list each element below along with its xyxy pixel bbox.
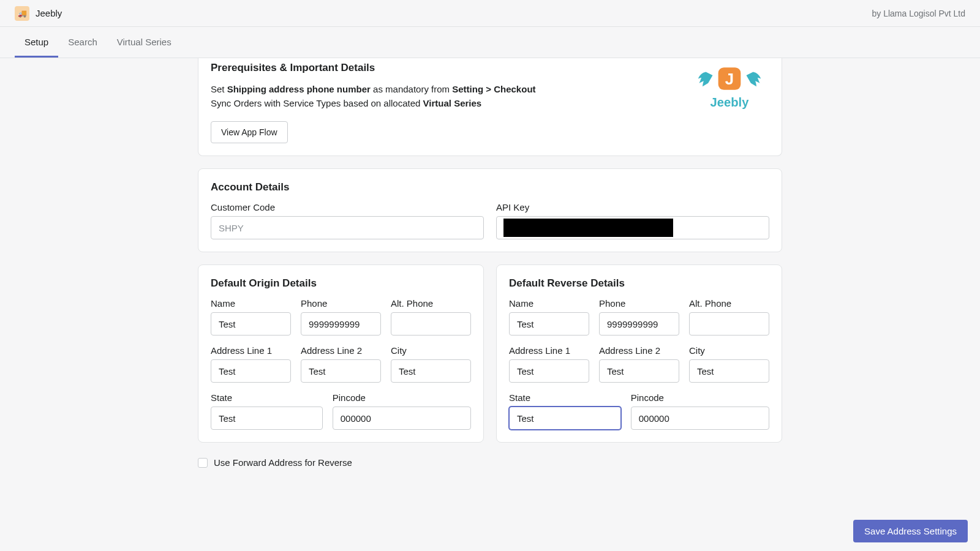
reverse-phone-label: Phone bbox=[599, 298, 679, 309]
reverse-city-label: City bbox=[689, 345, 769, 356]
reverse-pincode-input[interactable] bbox=[631, 407, 769, 430]
app-name: Jeebly bbox=[36, 8, 62, 18]
prereq-line1-bold1: Shipping address phone number bbox=[227, 84, 371, 94]
reverse-addr2-input[interactable] bbox=[599, 359, 679, 383]
origin-addr1-input[interactable] bbox=[211, 359, 291, 383]
footer-bar: Save Address Settings bbox=[0, 511, 980, 551]
origin-phone-label: Phone bbox=[301, 298, 381, 309]
reverse-pincode-label: Pincode bbox=[631, 392, 769, 403]
tab-search[interactable]: Search bbox=[58, 27, 107, 58]
prereq-title: Prerequisites & Important Details bbox=[211, 62, 677, 74]
origin-title: Default Origin Details bbox=[211, 277, 471, 290]
origin-addr1-label: Address Line 1 bbox=[211, 345, 291, 356]
app-icon: 🚚 bbox=[15, 6, 29, 21]
jeebly-logo: J Jeebly bbox=[690, 62, 769, 114]
prereq-line1-prefix: Set bbox=[211, 84, 227, 94]
logo-wordmark: Jeebly bbox=[710, 96, 750, 109]
origin-addr2-label: Address Line 2 bbox=[301, 345, 381, 356]
prereq-line1-mid: as mandatory from bbox=[371, 84, 452, 94]
reverse-addr2-label: Address Line 2 bbox=[599, 345, 679, 356]
origin-altphone-label: Alt. Phone bbox=[391, 298, 471, 309]
default-reverse-card: Default Reverse Details Name Phone Alt. … bbox=[496, 264, 782, 443]
reverse-name-label: Name bbox=[509, 298, 589, 309]
origin-pincode-input[interactable] bbox=[333, 407, 471, 430]
prereq-content: Prerequisites & Important Details Set Sh… bbox=[211, 62, 677, 143]
api-key-label: API Key bbox=[496, 202, 769, 212]
reverse-title: Default Reverse Details bbox=[509, 277, 769, 290]
origin-state-label: State bbox=[211, 392, 323, 403]
reverse-altphone-label: Alt. Phone bbox=[689, 298, 769, 309]
prereq-line2-prefix: Sync Orders with Service Types based on … bbox=[211, 98, 423, 108]
reverse-state-label: State bbox=[509, 392, 621, 403]
origin-phone-input[interactable] bbox=[301, 312, 381, 335]
save-address-settings-button[interactable]: Save Address Settings bbox=[853, 520, 968, 542]
svg-text:J: J bbox=[725, 70, 734, 88]
origin-addr2-input[interactable] bbox=[301, 359, 381, 383]
account-details-title: Account Details bbox=[211, 181, 769, 193]
checkbox-icon[interactable] bbox=[198, 458, 208, 468]
origin-name-label: Name bbox=[211, 298, 291, 309]
publisher-text: by Llama Logisol Pvt Ltd bbox=[872, 9, 965, 18]
origin-state-input[interactable] bbox=[211, 407, 323, 430]
tab-setup[interactable]: Setup bbox=[15, 27, 58, 58]
reverse-name-input[interactable] bbox=[509, 312, 589, 335]
customer-code-label: Customer Code bbox=[211, 202, 484, 212]
prerequisites-card: Prerequisites & Important Details Set Sh… bbox=[198, 58, 782, 156]
jeebly-logo-icon: J Jeebly bbox=[696, 62, 763, 113]
reverse-state-input[interactable] bbox=[509, 407, 621, 430]
prereq-text: Set Shipping address phone number as man… bbox=[211, 83, 677, 110]
reverse-addr1-input[interactable] bbox=[509, 359, 589, 383]
tab-bar: Setup Search Virtual Series bbox=[0, 27, 980, 58]
reverse-city-input[interactable] bbox=[689, 359, 769, 383]
checkbox-label: Use Forward Address for Reverse bbox=[214, 457, 352, 468]
origin-altphone-input[interactable] bbox=[391, 312, 471, 335]
reverse-phone-input[interactable] bbox=[599, 312, 679, 335]
origin-name-input[interactable] bbox=[211, 312, 291, 335]
reverse-altphone-input[interactable] bbox=[689, 312, 769, 335]
prereq-line2-bold: Virtual Series bbox=[423, 98, 482, 108]
customer-code-input[interactable] bbox=[211, 216, 484, 239]
default-origin-card: Default Origin Details Name Phone Alt. P… bbox=[198, 264, 484, 443]
app-header: 🚚 Jeebly by Llama Logisol Pvt Ltd bbox=[0, 0, 980, 27]
api-key-redacted bbox=[503, 219, 673, 237]
origin-pincode-label: Pincode bbox=[333, 392, 471, 403]
use-forward-checkbox-row[interactable]: Use Forward Address for Reverse bbox=[198, 455, 782, 468]
reverse-addr1-label: Address Line 1 bbox=[509, 345, 589, 356]
origin-city-input[interactable] bbox=[391, 359, 471, 383]
prereq-line1-bold2: Setting > Checkout bbox=[452, 84, 535, 94]
tab-virtual-series[interactable]: Virtual Series bbox=[107, 27, 181, 58]
view-app-flow-button[interactable]: View App Flow bbox=[211, 121, 288, 143]
header-left: 🚚 Jeebly bbox=[15, 6, 62, 21]
account-details-card: Account Details Customer Code API Key bbox=[198, 168, 782, 252]
origin-city-label: City bbox=[391, 345, 471, 356]
